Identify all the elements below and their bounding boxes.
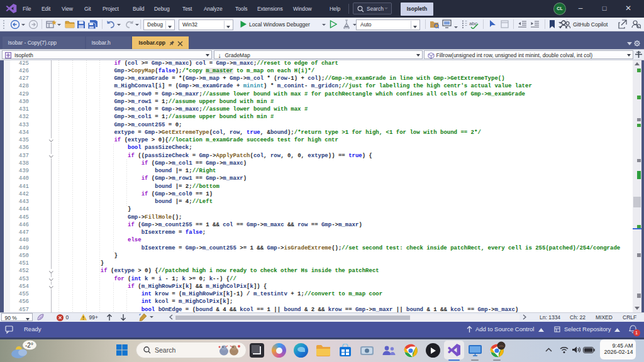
svg-text:-2°: -2° xyxy=(25,342,33,349)
